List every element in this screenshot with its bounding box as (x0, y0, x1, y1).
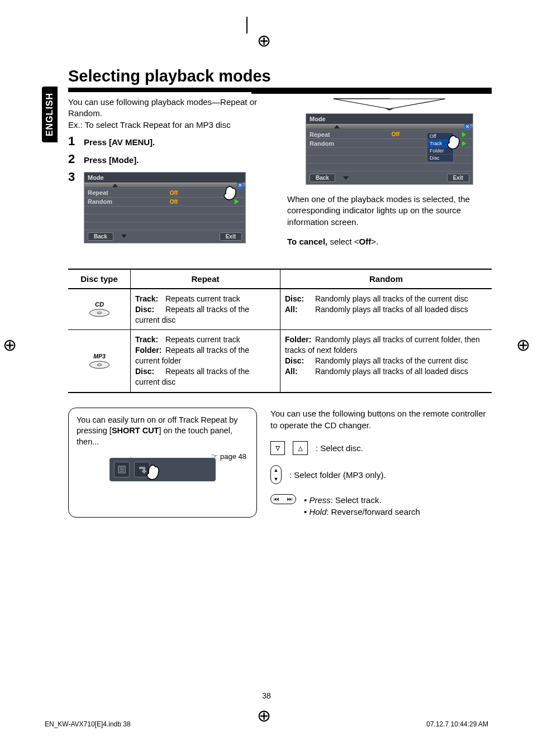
step-number: 3 (68, 170, 78, 184)
dropdown-option-disc[interactable]: Disc (427, 155, 453, 162)
table-header: Disc type Repeat Random (68, 270, 492, 289)
screen-title: Mode (306, 114, 473, 124)
back-button[interactable]: Back (88, 232, 113, 241)
heading-rule (68, 88, 492, 92)
cancel-text: To cancel, select <Off>. (287, 237, 492, 246)
footer-time: 07.12.7 10:44:29 AM (426, 720, 488, 728)
page-title: Selecting playback modes (68, 67, 492, 85)
col-repeat: Repeat (131, 270, 280, 288)
step-number: 2 (68, 152, 78, 166)
remote-intro: You can use the following buttons on the… (270, 408, 492, 431)
footer-file: EN_KW-AVX710[E]4.indb 38 (45, 720, 131, 728)
playback-modes-table: Disc type Repeat Random CD Track: Repeat… (68, 269, 492, 393)
chevron-down-icon (343, 176, 349, 180)
remote-row-track: ⏮⏭ • Press: Select track. • Hold: Revers… (270, 494, 492, 518)
hand-pointer-icon (221, 184, 240, 203)
step-2: 2 Press [Mode]. (68, 152, 273, 166)
note-text: When one of the playback modes is select… (287, 194, 492, 228)
list-button-icon[interactable] (114, 462, 130, 477)
remote-up-button-icon[interactable]: △ (293, 441, 307, 456)
left-column: You can use following playback modes—Rep… (68, 97, 273, 246)
col-disc-type: Disc type (68, 270, 131, 288)
cd-disc-icon: CD (86, 300, 113, 318)
registration-mark-icon: ⊕ (3, 335, 17, 355)
content-area: Selecting playback modes You can use fol… (45, 67, 492, 518)
remote-row-disc: ▽ △ : Select disc. (270, 441, 492, 456)
svg-text:MP3: MP3 (93, 353, 106, 360)
page-reference: page 48 (211, 452, 246, 462)
hand-pointer-icon (143, 463, 163, 489)
mode-row-repeat[interactable]: Repeat Off (84, 188, 245, 197)
registration-mark-icon: ⊕ (257, 31, 271, 50)
exit-button[interactable]: Exit (447, 174, 469, 182)
mode-screen-dropdown: Mode ✕ Repeat Off Random (306, 113, 473, 185)
remote-folder-rocker-icon[interactable]: ▲▼ (270, 465, 282, 484)
crop-mark (246, 17, 248, 34)
touch-panel-toolbar (110, 458, 216, 481)
table-row-cd: CD Track: Repeats current track Disc: Re… (68, 289, 492, 331)
hand-pointer-icon (445, 133, 465, 153)
step-3: 3 Mode ✕ Repeat Of (68, 170, 273, 243)
shortcut-tip-box: You can easily turn on or off Track Repe… (68, 408, 257, 518)
manual-page: ⊕ ⊕ ⊕ ⊕ ENGLISH Selecting playback modes… (0, 0, 533, 756)
print-footer: EN_KW-AVX710[E]4.indb 38 07.12.7 10:44:2… (45, 720, 488, 728)
step-1: 1 Press [AV MENU]. (68, 134, 273, 149)
right-column: Mode ✕ Repeat Off Random (287, 97, 492, 246)
table-row-mp3: MP3 Track: Repeats current track Folder:… (68, 330, 492, 391)
remote-skip-rocker-icon[interactable]: ⏮⏭ (270, 494, 296, 504)
registration-mark-icon: ⊕ (516, 335, 530, 355)
svg-point-2 (97, 312, 102, 314)
step-text: Press [Mode]. (84, 155, 139, 165)
back-button[interactable]: Back (310, 174, 335, 182)
step-number: 1 (68, 134, 78, 149)
remote-down-button-icon[interactable]: ▽ (270, 441, 285, 456)
intro-text: You can use following playback modes—Rep… (68, 97, 273, 119)
mode-screen-initial: Mode ✕ Repeat Off (84, 172, 246, 243)
exit-button[interactable]: Exit (220, 232, 242, 241)
col-random: Random (280, 270, 492, 288)
step-text: Press [AV MENU]. (84, 137, 155, 147)
svg-point-5 (97, 363, 102, 365)
example-text: Ex.: To select Track Repeat for an MP3 d… (68, 119, 273, 131)
page-number: 38 (262, 691, 271, 700)
screen-title: Mode (84, 173, 245, 183)
arrow-down-icon (311, 97, 468, 111)
remote-row-folder: ▲▼ : Select folder (MP3 only). (270, 465, 492, 484)
screen-scrollbar: ✕ (306, 124, 473, 130)
svg-text:CD: CD (94, 301, 103, 308)
chevron-down-icon (121, 235, 127, 238)
mp3-disc-icon: MP3 (86, 352, 113, 370)
remote-instructions: You can use the following buttons on the… (270, 408, 492, 518)
